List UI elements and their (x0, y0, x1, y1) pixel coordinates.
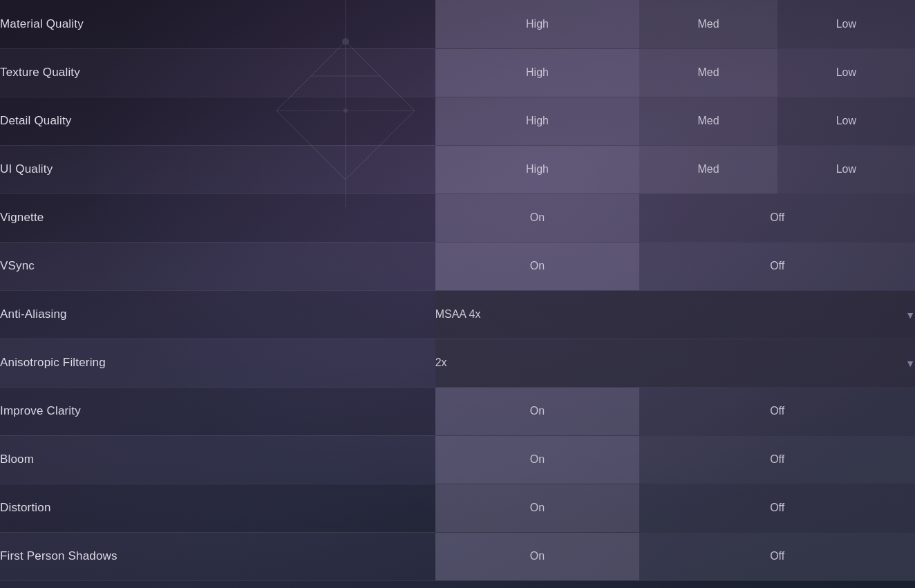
option-on-improve-clarity[interactable]: On (435, 387, 640, 435)
option-med-detail-quality[interactable]: Med (639, 97, 777, 145)
option-high-detail-quality[interactable]: High (435, 97, 640, 145)
row-material-quality: Material Quality High Med Low (0, 0, 915, 48)
dropdown-anti-aliasing[interactable]: MSAA 4x ▼ (435, 290, 915, 339)
option-off-vsync[interactable]: Off (639, 242, 915, 290)
option-on-vsync[interactable]: On (435, 242, 640, 290)
option-low-detail-quality[interactable]: Low (777, 97, 915, 145)
option-on-distortion[interactable]: On (435, 484, 640, 532)
row-improve-clarity: Improve Clarity On Off (0, 387, 915, 435)
label-bloom: Bloom (0, 435, 435, 484)
row-bloom: Bloom On Off (0, 435, 915, 484)
label-anti-aliasing: Anti-Aliasing (0, 290, 435, 339)
label-anisotropic-filtering: Anisotropic Filtering (0, 339, 435, 387)
dropdown-arrow-anti-aliasing: ▼ (905, 310, 915, 321)
row-detail-quality: Detail Quality High Med Low (0, 97, 915, 145)
option-off-improve-clarity[interactable]: Off (639, 387, 915, 435)
option-off-distortion[interactable]: Off (639, 484, 915, 532)
option-on-first-person-shadows[interactable]: On (435, 532, 640, 580)
label-improve-clarity: Improve Clarity (0, 387, 435, 435)
label-vsync: VSync (0, 242, 435, 290)
row-distortion: Distortion On Off (0, 484, 915, 532)
row-first-person-shadows: First Person Shadows On Off (0, 532, 915, 580)
label-detail-quality: Detail Quality (0, 97, 435, 145)
option-med-texture-quality[interactable]: Med (639, 48, 777, 97)
option-low-ui-quality[interactable]: Low (777, 145, 915, 193)
dropdown-arrow-anisotropic-filtering: ▼ (905, 358, 915, 369)
dropdown-value-anisotropic-filtering: 2x (435, 357, 447, 368)
option-on-bloom[interactable]: On (435, 435, 640, 484)
label-ui-quality: UI Quality (0, 145, 435, 193)
label-first-person-shadows: First Person Shadows (0, 532, 435, 580)
option-off-first-person-shadows[interactable]: Off (639, 532, 915, 580)
option-low-material-quality[interactable]: Low (777, 0, 915, 48)
option-high-ui-quality[interactable]: High (435, 145, 640, 193)
row-anti-aliasing: Anti-Aliasing MSAA 4x ▼ (0, 290, 915, 339)
option-med-ui-quality[interactable]: Med (639, 145, 777, 193)
row-vignette: Vignette On Off (0, 193, 915, 242)
label-material-quality: Material Quality (0, 0, 435, 48)
option-off-bloom[interactable]: Off (639, 435, 915, 484)
option-high-material-quality[interactable]: High (435, 0, 640, 48)
row-texture-quality: Texture Quality High Med Low (0, 48, 915, 97)
label-distortion: Distortion (0, 484, 435, 532)
dropdown-anisotropic-filtering[interactable]: 2x ▼ (435, 339, 915, 387)
label-texture-quality: Texture Quality (0, 48, 435, 97)
option-high-texture-quality[interactable]: High (435, 48, 640, 97)
option-low-texture-quality[interactable]: Low (777, 48, 915, 97)
row-ui-quality: UI Quality High Med Low (0, 145, 915, 193)
dropdown-value-anti-aliasing: MSAA 4x (435, 308, 481, 320)
option-off-vignette[interactable]: Off (639, 193, 915, 242)
row-anisotropic-filtering: Anisotropic Filtering 2x ▼ (0, 339, 915, 387)
row-vsync: VSync On Off (0, 242, 915, 290)
option-med-material-quality[interactable]: Med (639, 0, 777, 48)
option-on-vignette[interactable]: On (435, 193, 640, 242)
label-vignette: Vignette (0, 193, 435, 242)
